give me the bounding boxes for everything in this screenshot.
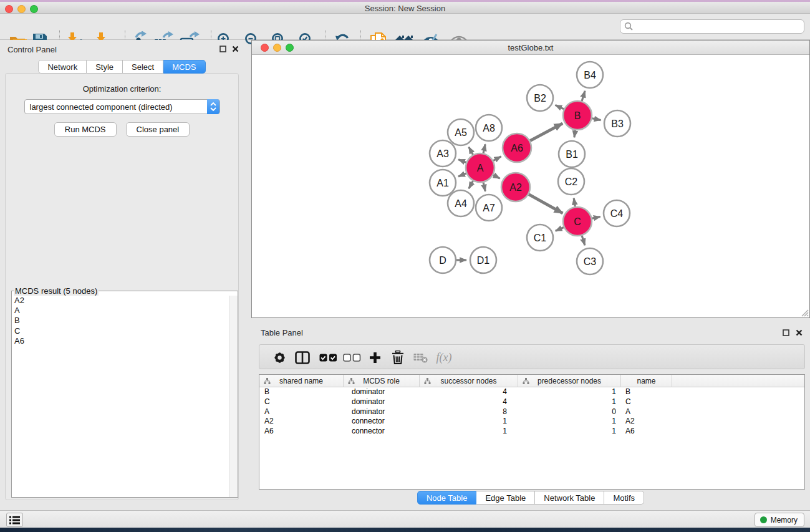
function-builder-label: f(x) <box>436 351 452 364</box>
result-list-scrollbar[interactable] <box>229 296 238 497</box>
edge-A-A4[interactable] <box>469 181 473 188</box>
edge-C-C3[interactable] <box>582 236 585 245</box>
close-table-panel-icon[interactable] <box>796 329 803 336</box>
deselect-all-rows-icon[interactable] <box>340 345 363 370</box>
column-header-successor-nodes[interactable]: successor nodes <box>420 375 518 387</box>
edge-C-C2[interactable] <box>574 198 575 207</box>
edge-A-A3[interactable] <box>458 160 466 163</box>
table-row[interactable]: A6connector11A6 <box>259 427 804 437</box>
edge-A2-C[interactable] <box>529 195 562 213</box>
mcds-result-item[interactable]: A2 <box>12 296 229 306</box>
edge-B-B4[interactable] <box>582 91 585 101</box>
mcds-result-title: MCDS result (5 nodes) <box>14 286 99 296</box>
node-table-header: shared nameMCDS rolesuccessor nodesprede… <box>259 375 804 387</box>
mcds-result-item[interactable]: C <box>12 326 229 336</box>
delete-columns-icon[interactable] <box>387 345 409 370</box>
network-graph[interactable]: AA1A2A3A4A5A6A7A8BB1B2B3B4CC1C2C3C4DD1 <box>252 55 809 317</box>
edge-C-C4[interactable] <box>592 217 600 219</box>
node-B[interactable]: B <box>563 101 592 130</box>
node-A1[interactable]: A1 <box>430 170 456 196</box>
node-A[interactable]: A <box>466 153 494 182</box>
close-panel-button[interactable]: Close panel <box>126 122 190 137</box>
node-A2[interactable]: A2 <box>501 173 530 201</box>
edge-A-A2[interactable] <box>493 175 499 179</box>
node-A6[interactable]: A6 <box>503 133 531 162</box>
edge-B-B3[interactable] <box>592 118 601 120</box>
node-B2[interactable]: B2 <box>527 85 553 111</box>
status-bar: Memory <box>0 510 810 528</box>
node-A8[interactable]: A8 <box>476 115 502 141</box>
node-C4[interactable]: C4 <box>604 200 630 226</box>
svg-text:C3: C3 <box>584 256 597 267</box>
cell-MCDS-role: dominator <box>344 387 420 397</box>
table-toolbar: f(x) <box>259 344 805 369</box>
column-header-MCDS-role[interactable]: MCDS role <box>344 375 420 387</box>
table-panel: Table Panel f(x) shared nameMCDS r <box>251 324 810 509</box>
svg-text:A2: A2 <box>509 182 522 193</box>
memory-button[interactable]: Memory <box>755 513 804 527</box>
node-C3[interactable]: C3 <box>577 248 603 274</box>
tab-mcds[interactable]: MCDS <box>163 60 205 74</box>
column-header-predecessor-nodes[interactable]: predecessor nodes <box>518 375 621 387</box>
mcds-result-list[interactable]: A2ABCA6 <box>12 296 229 497</box>
tab-motifs[interactable]: Motifs <box>604 491 644 505</box>
column-settings-gear-icon[interactable] <box>268 345 291 370</box>
edge-B-B2[interactable] <box>556 105 564 109</box>
float-table-panel-icon[interactable] <box>783 329 789 336</box>
edge-B-B1[interactable] <box>574 130 576 138</box>
table-row[interactable]: A2connector11A2 <box>259 417 804 427</box>
node-B1[interactable]: B1 <box>559 141 585 167</box>
node-C2[interactable]: C2 <box>558 168 584 195</box>
tab-select[interactable]: Select <box>123 60 163 74</box>
node-C[interactable]: C <box>563 207 592 236</box>
table-row[interactable]: Cdominator41C <box>259 397 804 407</box>
resize-grip-icon[interactable] <box>799 307 809 317</box>
cell-predecessor-nodes: 1 <box>518 387 621 397</box>
tab-network[interactable]: Network <box>38 60 87 74</box>
svg-text:D: D <box>439 255 446 266</box>
function-builder-icon[interactable]: f(x) <box>433 345 455 370</box>
search-input[interactable] <box>636 20 804 33</box>
column-header-shared-name[interactable]: shared name <box>259 375 344 387</box>
run-mcds-button[interactable]: Run MCDS <box>54 122 117 137</box>
float-panel-icon[interactable] <box>219 46 226 52</box>
edge-A-A7[interactable] <box>483 182 485 191</box>
mcds-result-item[interactable]: A <box>12 306 229 316</box>
node-A5[interactable]: A5 <box>448 119 474 145</box>
edge-A-A6[interactable] <box>493 157 501 161</box>
svg-text:A1: A1 <box>436 178 449 188</box>
node-A4[interactable]: A4 <box>448 190 474 216</box>
add-column-icon[interactable] <box>364 345 386 370</box>
table-row[interactable]: Adominator80A <box>259 407 804 417</box>
edge-A6-B[interactable] <box>530 123 562 141</box>
edge-A-A1[interactable] <box>458 173 466 177</box>
node-D1[interactable]: D1 <box>470 247 496 273</box>
network-canvas[interactable]: AA1A2A3A4A5A6A7A8BB1B2B3B4CC1C2C3C4DD1 <box>252 55 809 317</box>
node-D[interactable]: D <box>430 247 456 273</box>
tab-node-table[interactable]: Node Table <box>417 491 477 505</box>
edge-A-A8[interactable] <box>483 144 485 153</box>
node-A3[interactable]: A3 <box>430 140 456 167</box>
node-B3[interactable]: B3 <box>604 110 630 137</box>
tab-network-table[interactable]: Network Table <box>535 491 604 505</box>
search-box[interactable] <box>620 19 804 34</box>
edge-C-C1[interactable] <box>556 228 564 231</box>
node-B4[interactable]: B4 <box>577 62 603 88</box>
select-all-rows-icon[interactable] <box>317 345 339 370</box>
table-row[interactable]: Bdominator41B <box>259 387 804 397</box>
svg-text:B2: B2 <box>534 93 546 104</box>
task-history-button[interactable] <box>6 513 23 527</box>
node-A7[interactable]: A7 <box>476 195 502 221</box>
column-header-name[interactable]: name <box>621 375 672 387</box>
mcds-result-item[interactable]: A6 <box>12 336 229 346</box>
cell-successor-nodes: 1 <box>420 417 518 427</box>
delete-table-icon[interactable] <box>409 345 432 370</box>
close-panel-icon[interactable] <box>232 46 239 52</box>
tab-style[interactable]: Style <box>87 60 123 74</box>
tab-edge-table[interactable]: Edge Table <box>476 491 535 505</box>
mcds-result-item[interactable]: B <box>12 316 229 326</box>
split-table-icon[interactable] <box>291 345 314 370</box>
node-C1[interactable]: C1 <box>527 225 553 251</box>
edge-A-A5[interactable] <box>469 147 473 155</box>
criterion-dropdown[interactable]: largest connected component (directed) <box>24 99 220 114</box>
